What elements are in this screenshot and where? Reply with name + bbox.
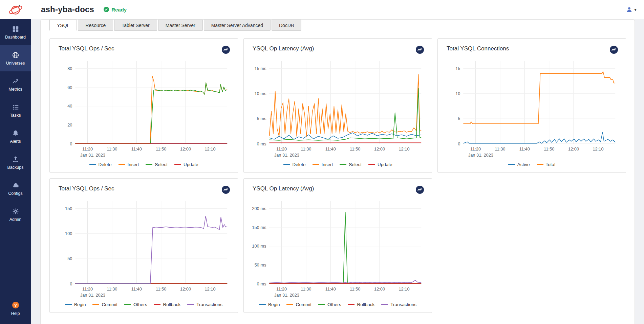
sidebar-item-dashboard[interactable]: Dashboard [0, 19, 31, 45]
legend-item[interactable]: Active [508, 162, 530, 167]
metrics-icon [12, 77, 19, 85]
svg-text:15: 15 [455, 66, 460, 71]
legend-item[interactable]: Transactions [381, 302, 416, 307]
top-header: ash-yba-docs Ready ▾ [31, 0, 644, 19]
svg-text:11:40: 11:40 [325, 286, 336, 292]
sidebar-item-admin[interactable]: Admin [0, 202, 31, 228]
sidebar-item-metrics[interactable]: Metrics [0, 71, 31, 97]
legend-swatch [92, 304, 99, 305]
sidebar-item-alerts[interactable]: Alerts [0, 123, 31, 149]
ysql-connections-chart: 05101511:2011:3011:4011:5012:0012:10Jan … [444, 55, 620, 161]
gear-icon [12, 208, 19, 215]
legend-item[interactable]: Update [368, 162, 392, 167]
svg-text:50: 50 [67, 256, 72, 261]
legend-item[interactable]: Insert [313, 162, 333, 167]
sidebar-item-configs[interactable]: Configs [0, 176, 31, 202]
chart-legend: DeleteInsertSelectUpdate [56, 161, 232, 170]
legend-item[interactable]: Transactions [187, 302, 222, 307]
legend-item[interactable]: Rollback [154, 302, 180, 307]
legend-label: Begin [268, 302, 280, 307]
chart-actions-icon[interactable] [415, 45, 424, 54]
svg-text:0: 0 [458, 141, 460, 146]
legend-swatch [65, 304, 72, 305]
svg-text:11:50: 11:50 [350, 286, 360, 292]
svg-text:11:30: 11:30 [107, 146, 117, 152]
svg-text:11:40: 11:40 [325, 146, 336, 152]
user-menu[interactable]: ▾ [626, 6, 637, 13]
legend-item[interactable]: Rollback [348, 302, 374, 307]
legend-label: Delete [99, 162, 112, 167]
cloud-icon [12, 182, 19, 189]
legend-swatch [119, 164, 125, 165]
tab-docdb[interactable]: DocDB [272, 20, 301, 31]
legend-item[interactable]: Delete [283, 162, 306, 167]
svg-text:12:10: 12:10 [205, 146, 215, 152]
svg-text:12:00: 12:00 [374, 286, 385, 292]
chart-title: YSQL Op Latency (Avg) [253, 45, 314, 52]
legend-item[interactable]: Commit [286, 302, 312, 307]
legend-label: Total [546, 162, 556, 167]
universe-title: ash-yba-docs [41, 5, 94, 14]
sidebar-item-label: Admin [9, 217, 21, 222]
panel-total-ysql-ops-transactions: Total YSQL Ops / Sec 05010015011:2011:30… [49, 178, 238, 313]
legend-swatch [259, 304, 266, 305]
legend-item[interactable]: Others [318, 302, 341, 307]
legend-item[interactable]: Commit [92, 302, 117, 307]
legend-item[interactable]: Begin [259, 302, 280, 307]
chart-actions-icon[interactable] [221, 185, 230, 194]
tab-tablet-server[interactable]: Tablet Server [114, 20, 157, 31]
sidebar-item-universes[interactable]: Universes [0, 45, 31, 71]
svg-text:12:00: 12:00 [180, 286, 191, 292]
svg-text:200 ms: 200 ms [252, 206, 266, 211]
legend-item[interactable]: Update [174, 162, 198, 167]
legend-item[interactable]: Delete [89, 162, 112, 167]
legend-label: Others [133, 302, 147, 307]
legend-label: Select [349, 162, 362, 167]
tab-master-server-advanced[interactable]: Master Server Advanced [204, 20, 271, 31]
svg-text:50 ms: 50 ms [254, 262, 266, 268]
svg-text:40: 40 [67, 103, 72, 109]
tasks-list-icon [12, 103, 19, 111]
sidebar-item-tasks[interactable]: Tasks [0, 97, 31, 123]
svg-text:11:50: 11:50 [544, 146, 554, 152]
sidebar-item-label: Help [11, 311, 20, 316]
tab-master-server[interactable]: Master Server [158, 20, 203, 31]
ysql-transactions-latency-chart: 0 ms50 ms100 ms150 ms200 ms11:2011:3011:… [250, 195, 426, 301]
legend-swatch [340, 164, 346, 165]
legend-swatch [318, 304, 325, 305]
help-icon: ? [12, 301, 20, 309]
sidebar-item-help[interactable]: ? Help [0, 298, 31, 324]
legend-item[interactable]: Select [340, 162, 362, 167]
legend-swatch [508, 164, 515, 165]
legend-swatch [348, 304, 355, 305]
ysql-latency-chart: 0 ms5 ms10 ms15 ms11:2011:3011:4011:5012… [250, 55, 426, 161]
svg-text:11:30: 11:30 [495, 146, 505, 152]
legend-item[interactable]: Select [146, 162, 168, 167]
charts-grid: Total YSQL Ops / Sec 02040608011:2011:30… [41, 31, 635, 320]
svg-text:12:10: 12:10 [593, 146, 603, 152]
legend-item[interactable]: Total [537, 162, 556, 167]
legend-swatch [368, 164, 375, 165]
legend-swatch [286, 304, 293, 305]
legend-item[interactable]: Insert [119, 162, 139, 167]
svg-text:10: 10 [455, 91, 460, 96]
tab-ysql[interactable]: YSQL [49, 20, 77, 31]
chart-actions-icon[interactable] [609, 45, 618, 54]
legend-item[interactable]: Begin [65, 302, 86, 307]
svg-text:12:10: 12:10 [205, 286, 215, 292]
yugabyte-logo[interactable] [0, 0, 31, 19]
legend-label: Delete [293, 162, 306, 167]
tab-resource[interactable]: Resource [78, 20, 113, 31]
legend-label: Active [517, 162, 530, 167]
svg-text:11:20: 11:20 [470, 146, 481, 152]
ysql-transactions-ops-chart: 05010015011:2011:3011:4011:5012:0012:10J… [56, 195, 232, 301]
sidebar-item-backups[interactable]: Backups [0, 149, 31, 176]
svg-text:12:10: 12:10 [399, 146, 409, 152]
legend-swatch [146, 164, 152, 165]
chart-actions-icon[interactable] [221, 45, 230, 54]
planet-orbit-icon [8, 2, 23, 18]
chart-legend: BeginCommitOthersRollbackTransactions [250, 301, 426, 310]
chart-actions-icon[interactable] [415, 185, 424, 194]
legend-item[interactable]: Others [124, 302, 147, 307]
sidebar-item-label: Configs [8, 191, 22, 196]
